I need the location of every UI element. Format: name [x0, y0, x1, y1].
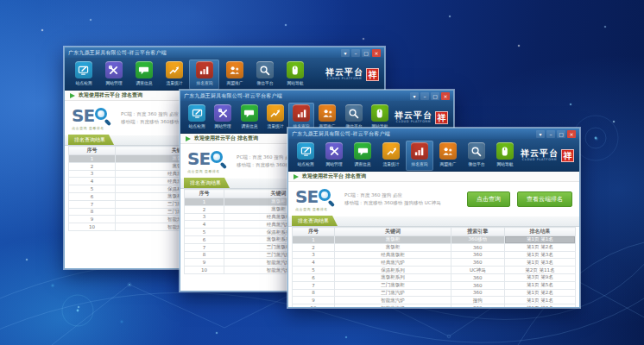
notice-bar: 欢迎使用祥云平台 排名查询 [288, 172, 579, 182]
engine-info-pc: PC端：百度 360 搜狗 必应 [344, 191, 441, 199]
engine-info-mobile: 移动端：百度移动 360移动 搜狗移动 UC神马 [344, 199, 441, 207]
header-index: 序号 [69, 147, 116, 155]
brand-name: 祥云平台 [395, 111, 432, 120]
toolbar-item-info-query[interactable]: 调查信息 [129, 60, 159, 90]
header-engine: 搜索引擎 [451, 228, 504, 236]
toolbar-item-site-check[interactable]: 站点检测 [292, 141, 320, 171]
mouse-icon [287, 61, 304, 78]
brand-badge-icon: 祥 [366, 68, 379, 81]
action-buttons: 点击查询 查看云端排名 [467, 191, 572, 207]
toolbar-item-site-manage[interactable]: 网站管理 [320, 141, 349, 171]
front-window[interactable]: 广东九鼎王厨具有限公司-祥云平台客户端 ▾ – ▢ × 站点检测 网站管理 [287, 128, 580, 308]
toolbar-item-traffic-stats[interactable]: 流量统计 [377, 141, 406, 171]
toolbar-item-site-nav[interactable]: 网站导航 [280, 60, 310, 90]
mouse-icon [371, 104, 388, 122]
notice-text: 欢迎使用祥云平台 排名查询 [194, 135, 258, 142]
minimize-button[interactable]: – [420, 92, 429, 100]
table-row[interactable]: 4经典蒸汽炉360第1页 第3名 [293, 259, 576, 267]
table-row[interactable]: 2蒸饭柜360第1页 第2名 [293, 243, 576, 251]
skin-button[interactable]: ▾ [410, 92, 419, 100]
maximize-button[interactable]: ▢ [362, 49, 370, 57]
table-header-row: 序号 关键词 搜索引擎 排名结果 [293, 228, 576, 236]
toolbar-item-traffic-stats[interactable]: 流量统计 [159, 60, 189, 90]
table-row[interactable]: 1蒸饭柜360移动第1页 第1名 [293, 236, 576, 244]
tab-rank-results[interactable]: 排名查询结果 [184, 178, 230, 188]
titlebar[interactable]: 广东九鼎王厨具有限公司-祥云平台客户端 ▾ – ▢ × [288, 129, 579, 139]
toolbar-item-site-check[interactable]: 站点检测 [68, 60, 98, 90]
maximize-button[interactable]: ▢ [557, 130, 565, 138]
toolbar-item-wechat-platform[interactable]: 微信平台 [462, 141, 490, 171]
sprout-icon [186, 135, 192, 142]
close-button[interactable]: × [567, 130, 576, 138]
line-chart-icon [166, 61, 183, 78]
toolbar-item-rank-query[interactable]: 排名查询 [406, 141, 434, 171]
stars-decoration [0, 0, 2, 2]
seo-header: SE 点击查询 查看排名 PC端：百度 360 搜狗 必应 移动端：百度移动 3… [288, 182, 579, 216]
minimize-button[interactable]: – [351, 49, 360, 57]
table-row[interactable]: 8三门蒸汽炉360第1页 第2名 [293, 289, 576, 297]
tools-icon [325, 142, 343, 160]
brand-subtitle: CLOUD PLATFORM [522, 159, 557, 162]
users-icon [319, 104, 336, 122]
toolbar-item-site-manage[interactable]: 网站管理 [210, 103, 236, 133]
magnifier-icon [468, 142, 485, 160]
sprout-icon [294, 173, 300, 180]
table-row[interactable]: 10智能蒸汽炉360第1页 第3名 [293, 304, 576, 308]
toolbar-item-site-nav[interactable]: 网站导航 [490, 141, 519, 171]
skin-button[interactable]: ▾ [536, 130, 545, 138]
seo-logo-text: SE [72, 107, 94, 124]
skin-button[interactable]: ▾ [341, 49, 350, 57]
brand-name: 祥云平台 [325, 68, 363, 77]
mouse-icon [496, 142, 514, 160]
seo-logo: SE 点击查询 查看排名 [295, 188, 334, 211]
titlebar[interactable]: 广东九鼎王厨具有限公司-祥云平台客户端 ▾ – ▢ × [65, 47, 384, 58]
main-toolbar: 站点检测 网站管理 调查信息 流量统计 [288, 139, 579, 172]
tab-rank-results[interactable]: 排名查询结果 [292, 216, 338, 226]
table-row[interactable]: 7三门蒸饭柜360第1页 第5名 [293, 281, 576, 289]
view-cloud-rank-button[interactable]: 查看云端排名 [517, 191, 572, 207]
main-toolbar: 站点检测 网站管理 调查信息 流量统计 [65, 58, 384, 91]
table-row[interactable]: 3经典蒸饭柜360第1页 第3名 [293, 251, 576, 259]
line-chart-icon [267, 104, 284, 122]
line-chart-icon [382, 142, 400, 160]
table-row[interactable]: 5保温柜系列UC神马第2页 第11名 [293, 267, 576, 274]
toolbar-item-alliance-promo[interactable]: 商盟推广 [219, 60, 249, 90]
toolbar-item-site-check[interactable]: 站点检测 [184, 103, 210, 133]
speech-bubble-icon [354, 142, 371, 160]
monitor-pencil-icon [188, 104, 205, 122]
tab-strip: 排名查询结果 [288, 216, 579, 227]
toolbar-item-rank-query[interactable]: 排名查询 [189, 60, 219, 90]
window-title: 广东九鼎王厨具有限公司-祥云平台客户端 [68, 49, 167, 57]
brand-subtitle: CLOUD PLATFORM [327, 78, 362, 81]
seo-logo-text: SE [187, 150, 210, 167]
toolbar-item-alliance-promo[interactable]: 商盟推广 [433, 141, 462, 171]
speech-bubble-icon [136, 61, 153, 78]
toolbar-item-info-query[interactable]: 调查信息 [237, 103, 262, 133]
notice-text: 欢迎使用祥云平台 排名查询 [302, 172, 366, 180]
query-button[interactable]: 点击查询 [467, 191, 510, 207]
users-icon [226, 61, 243, 78]
close-button[interactable]: × [441, 92, 450, 100]
toolbar-item-traffic-stats[interactable]: 流量统计 [262, 103, 288, 133]
users-icon [439, 142, 457, 160]
minimize-button[interactable]: – [546, 130, 555, 138]
tools-icon [105, 61, 123, 78]
monitor-pencil-icon [297, 142, 314, 160]
maximize-button[interactable]: ▢ [431, 92, 439, 100]
titlebar[interactable]: 广东九鼎王厨具有限公司-祥云平台客户端 ▾ – ▢ × [180, 91, 453, 101]
brand-subtitle: CLOUD PLATFORM [396, 121, 431, 124]
seo-logo: SE 点击查询 查看排名 [72, 107, 110, 130]
table-row[interactable]: 9智能蒸汽炉搜狗第1页 第1名 [293, 297, 576, 304]
magnifier-icon [345, 104, 363, 122]
close-button[interactable]: × [372, 49, 381, 57]
toolbar-item-info-query[interactable]: 调查信息 [349, 141, 377, 171]
seo-caption: 点击查询 查看排名 [295, 207, 328, 211]
magnifier-logo-icon [319, 189, 334, 204]
brand-name: 祥云平台 [521, 149, 559, 158]
tab-rank-results[interactable]: 排名查询结果 [68, 135, 114, 145]
toolbar-item-wechat-platform[interactable]: 微信平台 [249, 60, 280, 90]
window-title: 广东九鼎王厨具有限公司-祥云平台客户端 [184, 92, 282, 100]
speech-bubble-icon [241, 104, 258, 122]
table-row[interactable]: 6蒸饭柜系列360第3页 第9名 [293, 273, 576, 281]
toolbar-item-site-manage[interactable]: 网站管理 [98, 60, 129, 90]
